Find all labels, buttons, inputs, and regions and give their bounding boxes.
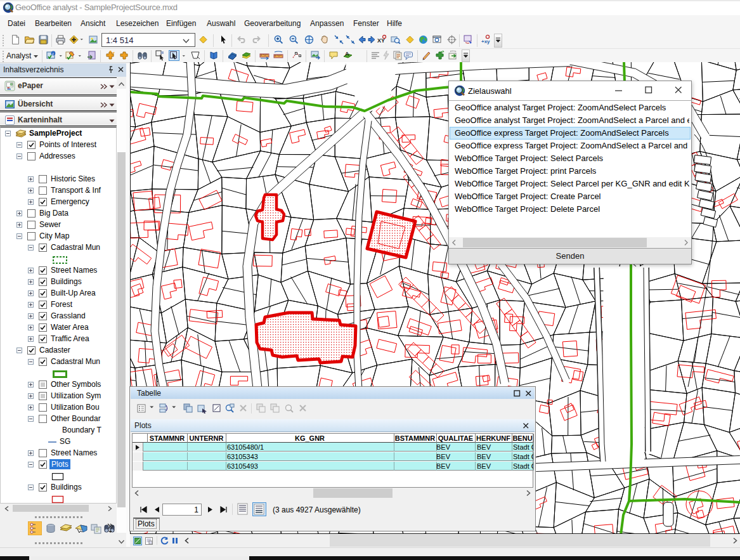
svg-text:A: A: [345, 51, 349, 57]
svg-text:+xy: +xy: [481, 39, 490, 44]
